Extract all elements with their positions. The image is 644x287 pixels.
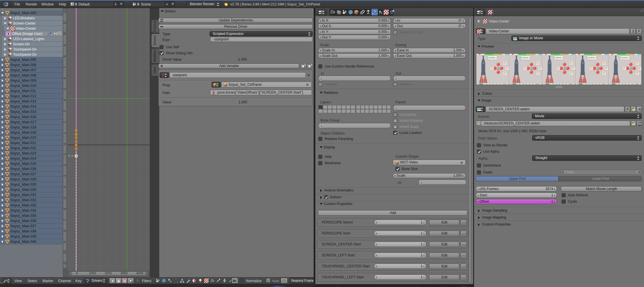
svg-text:5: 5 [63,88,66,90]
svg-text:0: 0 [63,143,66,145]
svg-text:12: 12 [63,10,66,13]
svg-text:-8: -8 [63,230,66,233]
svg-text:3: 3 [63,110,66,112]
svg-text:10: 10 [63,32,66,35]
svg-text:-5: -5 [63,197,66,200]
svg-text:-9: -9 [63,241,66,244]
svg-text:-10: -10 [63,250,66,255]
svg-text:9: 9 [63,44,66,46]
svg-text:8: 8 [63,55,66,57]
svg-text:7: 7 [63,66,66,68]
svg-text:-4: -4 [63,186,66,189]
svg-text:2: 2 [63,121,66,123]
svg-text:1: 1 [63,132,66,134]
svg-text:11: 11 [63,21,66,24]
svg-text:4: 4 [63,99,66,101]
svg-text:-3: -3 [63,175,66,178]
svg-text:-7: -7 [63,219,66,222]
svg-text:-1: -1 [63,153,66,156]
svg-text:6: 6 [63,77,66,79]
svg-text:od blo: od blo [460,286,466,287]
svg-text:-11: -11 [63,261,66,266]
svg-text:-2: -2 [63,164,66,167]
svg-text:-6: -6 [63,208,66,211]
